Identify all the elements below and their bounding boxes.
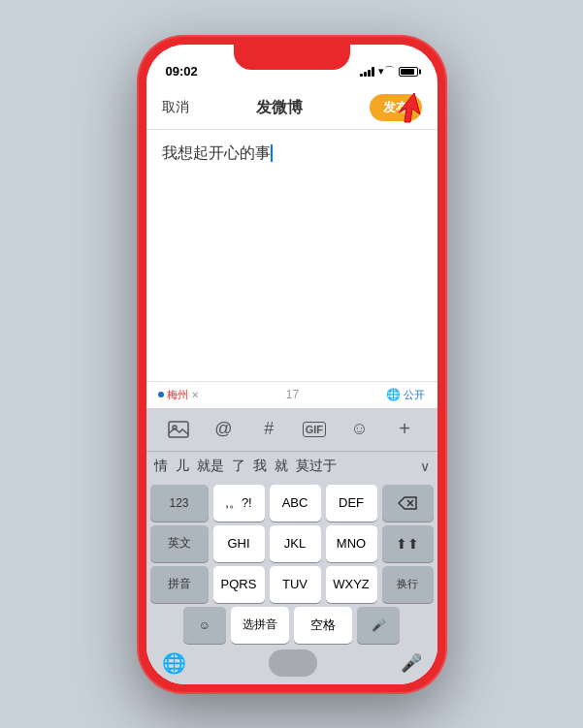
- compose-toolbar: 梅州 ✕ 17 🌐 公开: [146, 381, 437, 408]
- suggestion-4[interactable]: 我: [253, 458, 267, 475]
- suggestions-row: 情 儿 就是 了 我 就 莫过于 ∨: [146, 451, 437, 481]
- signal-icon: [360, 67, 374, 77]
- privacy-label: 公开: [404, 388, 425, 402]
- gif-button[interactable]: GIF: [299, 414, 330, 445]
- keyboard-row-1: 123 ,。?! ABC DEF: [146, 481, 437, 522]
- key-mno[interactable]: MNO: [326, 525, 377, 562]
- text-cursor: [271, 144, 273, 162]
- key-tuv[interactable]: TUV: [270, 566, 321, 603]
- at-button[interactable]: @: [208, 414, 239, 445]
- keyboard: 123 ,。?! ABC DEF 英文 GHI JKL MNO ⬆⬆: [146, 481, 437, 684]
- svg-rect-0: [169, 422, 188, 437]
- location-tag[interactable]: 梅州 ✕: [158, 388, 199, 402]
- globe-keyboard-button[interactable]: 🌐: [162, 651, 186, 675]
- emoji-icon: ☺: [350, 419, 368, 439]
- key-emoji[interactable]: ☺: [183, 607, 226, 644]
- globe-icon: 🌐: [386, 388, 401, 401]
- key-123[interactable]: 123: [150, 485, 209, 522]
- char-count: 17: [286, 388, 299, 401]
- key-wxyz[interactable]: WXYZ: [326, 566, 377, 603]
- key-abc[interactable]: ABC: [270, 485, 321, 522]
- key-pqrs[interactable]: PQRS: [213, 566, 265, 603]
- keyboard-row-4: ☺ 选拼音 空格 🎤: [146, 603, 437, 646]
- keyboard-row-2: 英文 GHI JKL MNO ⬆⬆: [146, 522, 437, 562]
- emoji-button[interactable]: ☺: [343, 414, 374, 445]
- suggestion-6[interactable]: 莫过于: [296, 458, 337, 475]
- key-pinyin[interactable]: 拼音: [150, 566, 209, 603]
- key-ghi[interactable]: GHI: [213, 525, 265, 562]
- key-delete[interactable]: [382, 485, 434, 522]
- suggestion-2[interactable]: 就是: [197, 458, 224, 475]
- battery-icon: [399, 67, 418, 77]
- key-jkl[interactable]: JKL: [270, 525, 321, 562]
- suggestion-1[interactable]: 儿: [176, 458, 189, 475]
- key-space[interactable]: 空格: [294, 607, 352, 644]
- media-toolbar: @ # GIF ☺ +: [146, 408, 437, 451]
- hashtag-icon: #: [264, 419, 274, 439]
- status-time: 09:02: [166, 64, 198, 79]
- microphone-icon: 🎤: [372, 618, 386, 632]
- phone-screen: 09:02 ▾⌒ 取消: [146, 45, 437, 684]
- add-button[interactable]: +: [389, 414, 420, 445]
- phone-frame: 09:02 ▾⌒ 取消: [137, 35, 447, 694]
- privacy-button[interactable]: 🌐 公开: [386, 388, 425, 402]
- home-indicator[interactable]: [269, 649, 317, 677]
- gif-icon: GIF: [303, 422, 326, 437]
- suggestion-5[interactable]: 就: [275, 458, 288, 475]
- status-bar: 09:02 ▾⌒: [146, 45, 437, 87]
- remove-location-button[interactable]: ✕: [191, 390, 199, 400]
- microphone-button[interactable]: 🎤: [401, 652, 422, 674]
- keyboard-row-3: 拼音 PQRS TUV WXYZ 换行: [146, 562, 437, 603]
- add-icon: +: [399, 418, 410, 440]
- cancel-button[interactable]: 取消: [162, 99, 189, 116]
- compose-text: 我想起开心的事: [162, 142, 422, 369]
- compose-area[interactable]: 我想起开心的事: [146, 130, 437, 381]
- key-select-pinyin[interactable]: 选拼音: [231, 607, 289, 644]
- key-punctuation[interactable]: ,。?!: [213, 485, 265, 522]
- suggestion-0[interactable]: 情: [154, 458, 168, 475]
- wifi-icon: ▾⌒: [378, 64, 395, 79]
- at-icon: @: [214, 419, 232, 439]
- location-dot-icon: [158, 392, 164, 397]
- post-button[interactable]: 发布: [370, 94, 422, 121]
- suggestion-3[interactable]: 了: [232, 458, 245, 475]
- status-icons: ▾⌒: [360, 64, 418, 79]
- location-label: 梅州: [167, 388, 188, 402]
- notch: [234, 45, 350, 70]
- emoji-keyboard-icon: ☺: [199, 618, 211, 632]
- chevron-down-icon[interactable]: ∨: [420, 459, 430, 474]
- hashtag-button[interactable]: #: [253, 414, 284, 445]
- compose-title: 发微博: [256, 98, 303, 118]
- bottom-bar: 🌐 🎤: [146, 646, 437, 684]
- key-return[interactable]: 换行: [382, 566, 434, 603]
- key-def[interactable]: DEF: [326, 485, 377, 522]
- delete-icon: [398, 495, 417, 511]
- key-mic[interactable]: 🎤: [357, 607, 400, 644]
- key-english[interactable]: 英文: [150, 525, 209, 562]
- image-button[interactable]: [163, 414, 194, 445]
- key-shift[interactable]: ⬆⬆: [382, 525, 434, 562]
- nav-bar: 取消 发微博 发布: [146, 87, 437, 130]
